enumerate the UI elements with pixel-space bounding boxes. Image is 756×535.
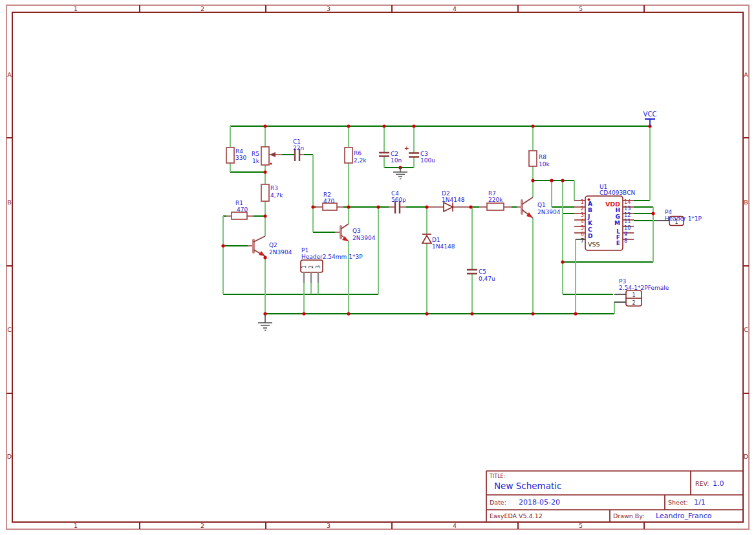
component-r3[interactable]: R3 4,7k xyxy=(261,184,283,201)
component-d2[interactable]: D2 1N4148 xyxy=(442,190,465,212)
sheet-value[interactable]: 1/1 xyxy=(694,498,706,507)
r5-value[interactable]: 1k xyxy=(252,158,260,164)
r5-wiper-arrow xyxy=(270,152,275,157)
p1-pin-digit: 3 xyxy=(316,265,321,268)
schematic-canvas[interactable]: 1 2 3 4 5 1 2 3 4 5 A B C D A B C D VCC xyxy=(0,0,756,535)
r7-ref[interactable]: R7 xyxy=(488,190,496,197)
u1-vss-label: VSS xyxy=(588,241,600,248)
r3-value[interactable]: 4,7k xyxy=(270,192,283,199)
d2-value[interactable]: 1N4148 xyxy=(442,197,465,203)
gnd-flag-left[interactable] xyxy=(258,314,272,331)
date-value[interactable]: 2018-05-20 xyxy=(519,498,560,507)
u1-value[interactable]: CD4093BCN xyxy=(599,190,635,196)
component-r7[interactable]: R7 220k xyxy=(487,190,504,210)
gnd-symbol xyxy=(393,168,407,179)
r8-value[interactable]: 10k xyxy=(539,161,550,168)
c3-ref[interactable]: C3 xyxy=(420,151,428,157)
c2-plates xyxy=(379,153,389,157)
r2-ref[interactable]: R2 xyxy=(323,191,331,198)
q2-ce-lines xyxy=(254,236,265,256)
p4-ref[interactable]: P4 xyxy=(665,209,672,215)
c5-value[interactable]: 0,47u xyxy=(479,276,495,282)
u1-pin-number: 4 xyxy=(581,218,584,224)
r4-value[interactable]: 330 xyxy=(235,155,246,161)
r5-ref[interactable]: R5 xyxy=(252,151,259,157)
p1-ref[interactable]: P1 xyxy=(301,247,308,254)
component-r4[interactable]: R4 330 xyxy=(226,147,246,163)
q1-ref[interactable]: Q1 xyxy=(537,202,546,208)
c1-ref[interactable]: C1 xyxy=(293,138,301,145)
p4-value[interactable]: Header 1*1P xyxy=(665,215,702,222)
q1-value[interactable]: 2N3904 xyxy=(537,209,561,215)
component-q2[interactable]: Q2 2N3904 xyxy=(254,236,292,256)
c2-ref[interactable]: C2 xyxy=(391,151,398,157)
vcc-flag[interactable]: VCC xyxy=(643,111,657,126)
c4-value[interactable]: 560p xyxy=(391,197,406,203)
date-label: Date: xyxy=(490,499,506,506)
component-c4[interactable]: C4 560p xyxy=(391,190,406,213)
component-c1[interactable]: C1 22n xyxy=(293,138,304,161)
r1-ref[interactable]: R1 xyxy=(235,200,243,206)
component-r2[interactable]: R2 470 xyxy=(323,191,337,210)
component-p3[interactable]: 1 2 P3 2.54-1*2PFemale xyxy=(614,278,669,306)
frame-col-label: 1 xyxy=(74,5,78,12)
u1-pin-label: H xyxy=(615,207,620,213)
r6-value[interactable]: 2,2k xyxy=(354,157,367,164)
component-q1[interactable]: Q1 2N3904 xyxy=(522,197,561,218)
sheet-label: Sheet: xyxy=(668,499,688,506)
component-u1[interactable]: U1 CD4093BCN 1 2 3 4 5 6 7 A B J K C D V… xyxy=(574,184,635,250)
component-c3-electrolytic[interactable]: + C3 100u xyxy=(404,145,435,164)
p3-value[interactable]: 2.54-1*2PFemale xyxy=(619,285,669,291)
component-p4[interactable]: 1 P4 Header 1*1P xyxy=(655,209,702,226)
u1-pin-number: 2 xyxy=(581,205,584,212)
d1-ref[interactable]: D1 xyxy=(432,237,440,243)
q3-ref[interactable]: Q3 xyxy=(352,228,361,234)
q2-ref[interactable]: Q2 xyxy=(269,242,277,248)
r8-ref[interactable]: R8 xyxy=(539,154,546,160)
p1-pin-digit: 2 xyxy=(308,265,314,268)
component-p1[interactable]: 1 2 3 P1 Header2.54mm 1*3P xyxy=(301,247,363,283)
p3-ref[interactable]: P3 xyxy=(619,278,626,285)
p3-pin-digit: 2 xyxy=(632,300,635,306)
frame-row-label: B xyxy=(7,199,12,206)
frame-col-label: 3 xyxy=(327,522,330,529)
r2-value[interactable]: 470 xyxy=(323,198,334,204)
component-q3[interactable]: Q3 2N3904 xyxy=(341,224,376,241)
c4-ref[interactable]: C4 xyxy=(391,190,399,197)
d1-value[interactable]: 1N4148 xyxy=(432,243,455,250)
title-value[interactable]: New Schematic xyxy=(494,481,561,491)
r3-ref[interactable]: R3 xyxy=(270,185,278,191)
u1-pin-label: D xyxy=(588,233,592,239)
c1-value[interactable]: 22n xyxy=(293,145,304,151)
r4-ref[interactable]: R4 xyxy=(235,148,243,155)
gnd-flag-caps[interactable] xyxy=(393,168,407,179)
frame-col-label: 1 xyxy=(74,522,78,529)
c3-plates xyxy=(409,153,419,157)
component-c2[interactable]: C2 10n xyxy=(379,151,402,164)
vcc-label[interactable]: VCC xyxy=(643,111,657,118)
d2-ref[interactable]: D2 xyxy=(442,190,450,197)
u1-pin-number: 5 xyxy=(581,224,584,231)
drawn-by-value[interactable]: Leandro_Franco xyxy=(656,512,712,520)
title-block: TITLE: New Schematic REV: 1.0 Date: 2018… xyxy=(486,471,743,522)
component-c5[interactable]: C5 0,47u xyxy=(467,268,495,282)
r6-ref[interactable]: R6 xyxy=(354,150,362,157)
q3-value[interactable]: 2N3904 xyxy=(352,235,376,241)
rev-value[interactable]: 1.0 xyxy=(713,479,724,488)
p1-pin-digit: 1 xyxy=(301,265,307,268)
q2-value[interactable]: 2N3904 xyxy=(269,249,292,256)
c3-value[interactable]: 100u xyxy=(420,157,435,164)
component-r5-potentiometer[interactable]: R5 1k xyxy=(252,147,275,165)
u1-pin-label: J xyxy=(587,213,590,220)
component-r6[interactable]: R6 2,2k xyxy=(345,147,367,164)
p1-value[interactable]: Header2.54mm 1*3P xyxy=(301,254,363,260)
c2-value[interactable]: 10n xyxy=(391,157,402,164)
component-r8[interactable]: R8 10k xyxy=(529,151,550,168)
r7-value[interactable]: 220k xyxy=(488,197,503,203)
u1-pin-number: 14 xyxy=(624,199,631,205)
r3-body xyxy=(261,184,269,201)
c5-ref[interactable]: C5 xyxy=(479,268,486,275)
r1-value[interactable]: 470 xyxy=(237,206,248,213)
u1-pin-number: 8 xyxy=(624,237,627,244)
component-r1[interactable]: R1 470 xyxy=(232,200,248,219)
